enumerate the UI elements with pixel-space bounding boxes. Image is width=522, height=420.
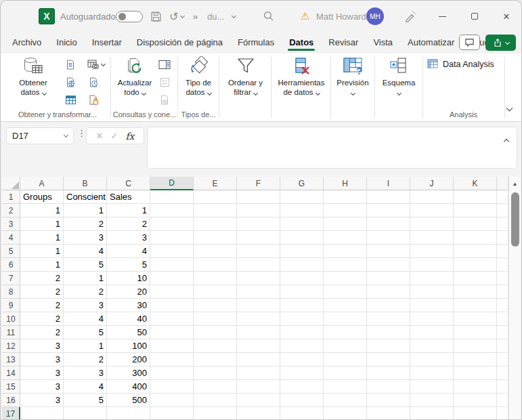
cell[interactable] xyxy=(324,204,367,217)
cell[interactable] xyxy=(497,312,508,326)
scrollbar-thumb[interactable] xyxy=(511,192,519,247)
cell[interactable] xyxy=(194,380,237,394)
cell[interactable] xyxy=(280,339,324,353)
cell[interactable] xyxy=(150,217,194,231)
row-header[interactable]: 2 xyxy=(2,204,20,217)
cell-groups[interactable]: 2 xyxy=(20,326,64,339)
cell[interactable] xyxy=(324,245,367,258)
avatar[interactable]: MH xyxy=(366,7,384,25)
column-header[interactable]: G xyxy=(280,177,324,190)
column-header[interactable]: F xyxy=(237,177,280,190)
cell[interactable] xyxy=(194,339,237,353)
cell[interactable] xyxy=(280,258,324,272)
cell[interactable] xyxy=(410,272,454,285)
cell[interactable] xyxy=(150,312,194,326)
ribbon-tab[interactable]: Revisar xyxy=(321,33,366,53)
cell-groups[interactable]: 1 xyxy=(20,258,64,272)
excel-logo-icon[interactable]: X xyxy=(39,8,55,24)
cell[interactable] xyxy=(280,190,324,204)
cell[interactable] xyxy=(454,272,497,285)
cell[interactable] xyxy=(497,231,508,245)
cell[interactable] xyxy=(367,380,410,394)
row-header[interactable]: 8 xyxy=(2,285,20,299)
cell-groups[interactable]: 3 xyxy=(20,394,64,407)
data-types-button[interactable]: Tipo de datos xyxy=(179,56,218,97)
cell[interactable] xyxy=(497,326,508,339)
cell[interactable] xyxy=(237,299,280,312)
cell[interactable] xyxy=(150,326,194,339)
row-header[interactable]: 7 xyxy=(2,272,20,285)
cell[interactable] xyxy=(194,190,237,204)
cell[interactable] xyxy=(367,394,410,407)
cell[interactable] xyxy=(454,258,497,272)
cell[interactable] xyxy=(150,245,194,258)
maximize-button[interactable] xyxy=(468,1,481,32)
scroll-up-arrow-icon[interactable]: ▲ xyxy=(509,177,521,190)
cell-conscient[interactable]: 1 xyxy=(64,339,107,353)
close-button[interactable]: ✕ xyxy=(500,1,513,32)
cell[interactable] xyxy=(194,353,237,366)
cell[interactable] xyxy=(237,272,280,285)
cell[interactable] xyxy=(324,339,367,353)
cell[interactable] xyxy=(367,245,410,258)
cell[interactable] xyxy=(367,326,410,339)
cell[interactable] xyxy=(194,394,237,407)
cell[interactable] xyxy=(410,353,454,366)
cell[interactable] xyxy=(324,285,367,299)
cell[interactable] xyxy=(194,366,237,380)
cell[interactable] xyxy=(324,380,367,394)
cell[interactable] xyxy=(454,312,497,326)
cell[interactable] xyxy=(280,245,324,258)
cell[interactable] xyxy=(237,326,280,339)
cell[interactable] xyxy=(150,339,194,353)
properties-icon-button[interactable] xyxy=(157,75,172,89)
cell[interactable] xyxy=(410,407,454,420)
cell[interactable] xyxy=(194,326,237,339)
cell[interactable] xyxy=(410,326,454,339)
column-header[interactable]: C xyxy=(107,177,150,190)
cell[interactable] xyxy=(237,312,280,326)
cell[interactable] xyxy=(237,245,280,258)
row-header[interactable]: 6 xyxy=(2,258,20,272)
cell[interactable] xyxy=(194,312,237,326)
cell[interactable] xyxy=(454,380,497,394)
row-header[interactable]: 14 xyxy=(2,366,20,380)
cell[interactable] xyxy=(410,217,454,231)
cell[interactable] xyxy=(497,204,508,217)
cell[interactable] xyxy=(497,353,508,366)
cell-sales[interactable]: 200 xyxy=(107,353,150,366)
row-header[interactable]: 11 xyxy=(2,326,20,339)
cell[interactable] xyxy=(324,353,367,366)
cell[interactable] xyxy=(237,339,280,353)
cell[interactable] xyxy=(237,285,280,299)
search-icon[interactable] xyxy=(263,10,274,22)
cell-groups[interactable]: 1 xyxy=(20,245,64,258)
cell-sales[interactable]: 5 xyxy=(107,258,150,272)
cell-groups[interactable]: 1 xyxy=(20,217,64,231)
column-header[interactable]: A xyxy=(20,177,64,190)
row-header[interactable]: 15 xyxy=(2,380,20,394)
column-header[interactable]: E xyxy=(194,177,237,190)
cell-groups[interactable]: 3 xyxy=(20,353,64,366)
cell[interactable] xyxy=(280,366,324,380)
workbook-links-icon-button[interactable] xyxy=(157,93,172,106)
cell-sales[interactable]: 300 xyxy=(107,366,150,380)
column-header-partial[interactable] xyxy=(497,177,508,190)
cell[interactable] xyxy=(20,407,64,420)
cell[interactable] xyxy=(194,285,237,299)
cancel-icon[interactable]: ✕ xyxy=(96,131,104,141)
table-camera-icon-button[interactable] xyxy=(86,58,106,71)
cell[interactable] xyxy=(410,339,454,353)
refresh-all-button[interactable]: Actualizar todo xyxy=(114,56,156,97)
cell[interactable] xyxy=(324,258,367,272)
cell-conscient[interactable]: 5 xyxy=(64,258,107,272)
cell[interactable] xyxy=(324,217,367,231)
cell[interactable] xyxy=(367,299,410,312)
cell[interactable] xyxy=(280,217,324,231)
cell[interactable] xyxy=(237,204,280,217)
cell[interactable] xyxy=(280,407,324,420)
column-header[interactable]: H xyxy=(324,177,367,190)
cell[interactable] xyxy=(150,366,194,380)
get-data-button[interactable]: Obtener datos xyxy=(10,56,56,97)
cell[interactable] xyxy=(237,258,280,272)
